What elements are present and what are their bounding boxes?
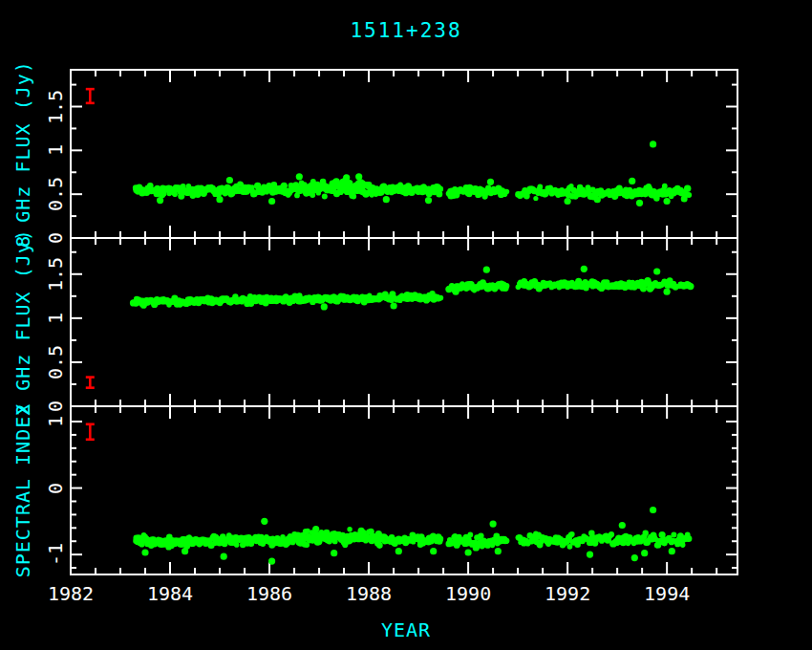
y-tick-label-flux-2ghz: 0.5 [44,345,67,379]
chart-title: 1511+238 [0,19,812,42]
y-tick-label-spectral-index: 1 [44,416,67,427]
y-tick-label-flux-8ghz: 1 [44,144,67,156]
data-points-flux-2ghz [130,266,694,311]
y-axis-title-spectral-index: SPECTRAL INDEX [11,403,34,578]
panel-frame-flux-2ghz [71,238,737,406]
axis-ticks-flux-2ghz [72,239,737,405]
axis-ticks-flux-8ghz [72,71,737,237]
x-tick-label: 1994 [644,582,690,605]
x-tick-label: 1982 [48,582,94,605]
x-tick-label: 1984 [147,582,193,605]
y-tick-label-flux-2ghz: 0 [44,401,67,412]
x-tick-label: 1992 [545,582,590,605]
error-bar-flux-8ghz [86,89,95,103]
y-tick-label-flux-2ghz: 1.5 [44,257,67,292]
panel-frame-flux-8ghz [71,70,737,238]
y-axis-title-8ghz-flux: 8 GHz FLUX (Jy) [11,60,34,248]
x-tick-label: 1986 [246,582,292,605]
y-tick-label-spectral-index: -1 [44,543,67,566]
data-points-flux-8ghz [133,141,692,206]
error-bar-spectral-index [86,424,95,440]
error-bar-flux-2ghz [86,378,95,388]
plot-canvas [0,0,812,650]
y-tick-label-flux-8ghz: 0.5 [44,177,67,211]
y-tick-label-flux-2ghz: 1 [44,313,67,324]
y-axis-title-2ghz-flux: 2 GHz FLUX (Jy) [11,228,34,416]
y-tick-label-spectral-index: 0 [44,483,67,494]
x-tick-label: 1990 [445,582,491,605]
x-axis-title: YEAR [0,618,812,641]
x-tick-label: 1988 [346,582,392,605]
y-tick-label-flux-8ghz: 0 [44,232,67,244]
data-points-spectral-index [133,507,692,565]
y-tick-label-flux-8ghz: 1.5 [44,89,67,123]
chart-stage: 1511+238 8 GHz FLUX (Jy) 2 GHz FLUX (Jy)… [0,0,812,650]
